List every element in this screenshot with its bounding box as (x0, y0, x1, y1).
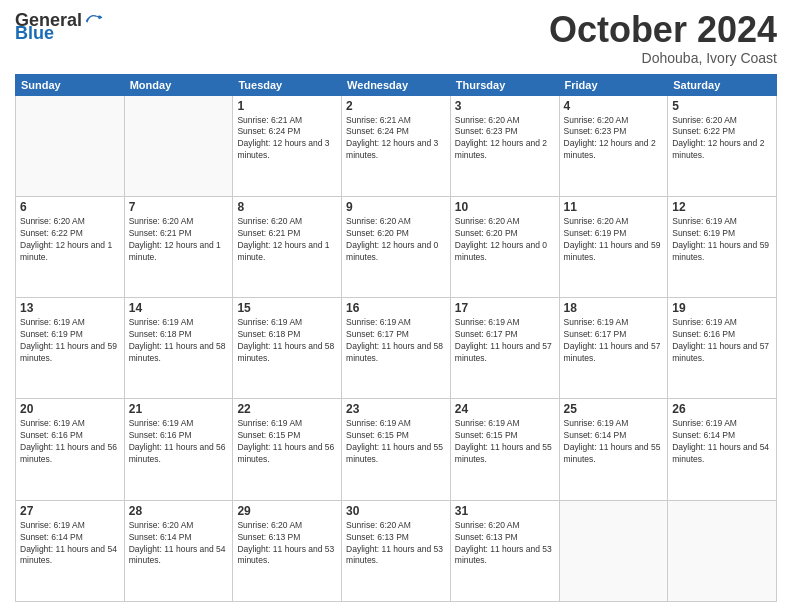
day-number: 18 (564, 301, 664, 315)
day-number: 24 (455, 402, 555, 416)
day-number: 25 (564, 402, 664, 416)
day-number: 15 (237, 301, 337, 315)
day-number: 7 (129, 200, 229, 214)
day-number: 31 (455, 504, 555, 518)
day-info: Sunrise: 6:20 AM Sunset: 6:20 PM Dayligh… (346, 216, 446, 264)
day-info: Sunrise: 6:21 AM Sunset: 6:24 PM Dayligh… (237, 115, 337, 163)
weekday-header-tuesday: Tuesday (233, 74, 342, 95)
calendar-cell: 22Sunrise: 6:19 AM Sunset: 6:15 PM Dayli… (233, 399, 342, 500)
day-info: Sunrise: 6:19 AM Sunset: 6:18 PM Dayligh… (129, 317, 229, 365)
day-number: 29 (237, 504, 337, 518)
day-info: Sunrise: 6:20 AM Sunset: 6:23 PM Dayligh… (564, 115, 664, 163)
month-title: October 2024 (549, 10, 777, 50)
day-number: 27 (20, 504, 120, 518)
calendar-cell: 5Sunrise: 6:20 AM Sunset: 6:22 PM Daylig… (668, 95, 777, 196)
day-number: 21 (129, 402, 229, 416)
calendar-cell: 16Sunrise: 6:19 AM Sunset: 6:17 PM Dayli… (342, 298, 451, 399)
day-number: 23 (346, 402, 446, 416)
day-info: Sunrise: 6:20 AM Sunset: 6:13 PM Dayligh… (237, 520, 337, 568)
calendar-body: 1Sunrise: 6:21 AM Sunset: 6:24 PM Daylig… (16, 95, 777, 601)
day-number: 12 (672, 200, 772, 214)
day-number: 3 (455, 99, 555, 113)
week-row-3: 13Sunrise: 6:19 AM Sunset: 6:19 PM Dayli… (16, 298, 777, 399)
day-info: Sunrise: 6:19 AM Sunset: 6:16 PM Dayligh… (129, 418, 229, 466)
calendar-cell: 26Sunrise: 6:19 AM Sunset: 6:14 PM Dayli… (668, 399, 777, 500)
day-number: 4 (564, 99, 664, 113)
day-info: Sunrise: 6:20 AM Sunset: 6:13 PM Dayligh… (346, 520, 446, 568)
calendar-cell: 29Sunrise: 6:20 AM Sunset: 6:13 PM Dayli… (233, 500, 342, 601)
calendar-cell: 9Sunrise: 6:20 AM Sunset: 6:20 PM Daylig… (342, 196, 451, 297)
calendar-cell: 28Sunrise: 6:20 AM Sunset: 6:14 PM Dayli… (124, 500, 233, 601)
day-info: Sunrise: 6:20 AM Sunset: 6:23 PM Dayligh… (455, 115, 555, 163)
calendar-cell: 8Sunrise: 6:20 AM Sunset: 6:21 PM Daylig… (233, 196, 342, 297)
day-number: 11 (564, 200, 664, 214)
day-info: Sunrise: 6:20 AM Sunset: 6:14 PM Dayligh… (129, 520, 229, 568)
day-number: 19 (672, 301, 772, 315)
calendar-cell: 13Sunrise: 6:19 AM Sunset: 6:19 PM Dayli… (16, 298, 125, 399)
calendar-cell: 19Sunrise: 6:19 AM Sunset: 6:16 PM Dayli… (668, 298, 777, 399)
day-number: 30 (346, 504, 446, 518)
day-info: Sunrise: 6:20 AM Sunset: 6:22 PM Dayligh… (20, 216, 120, 264)
weekday-header-saturday: Saturday (668, 74, 777, 95)
day-info: Sunrise: 6:19 AM Sunset: 6:19 PM Dayligh… (20, 317, 120, 365)
day-info: Sunrise: 6:19 AM Sunset: 6:16 PM Dayligh… (672, 317, 772, 365)
calendar-cell (16, 95, 125, 196)
calendar-cell (124, 95, 233, 196)
day-info: Sunrise: 6:19 AM Sunset: 6:17 PM Dayligh… (346, 317, 446, 365)
day-info: Sunrise: 6:19 AM Sunset: 6:18 PM Dayligh… (237, 317, 337, 365)
day-info: Sunrise: 6:20 AM Sunset: 6:21 PM Dayligh… (129, 216, 229, 264)
calendar-cell: 21Sunrise: 6:19 AM Sunset: 6:16 PM Dayli… (124, 399, 233, 500)
day-info: Sunrise: 6:20 AM Sunset: 6:13 PM Dayligh… (455, 520, 555, 568)
day-info: Sunrise: 6:19 AM Sunset: 6:19 PM Dayligh… (672, 216, 772, 264)
day-info: Sunrise: 6:19 AM Sunset: 6:17 PM Dayligh… (564, 317, 664, 365)
calendar-cell: 1Sunrise: 6:21 AM Sunset: 6:24 PM Daylig… (233, 95, 342, 196)
calendar-cell: 31Sunrise: 6:20 AM Sunset: 6:13 PM Dayli… (450, 500, 559, 601)
day-number: 28 (129, 504, 229, 518)
calendar-cell: 18Sunrise: 6:19 AM Sunset: 6:17 PM Dayli… (559, 298, 668, 399)
day-info: Sunrise: 6:19 AM Sunset: 6:15 PM Dayligh… (455, 418, 555, 466)
calendar-cell: 25Sunrise: 6:19 AM Sunset: 6:14 PM Dayli… (559, 399, 668, 500)
weekday-row: SundayMondayTuesdayWednesdayThursdayFrid… (16, 74, 777, 95)
calendar-cell: 10Sunrise: 6:20 AM Sunset: 6:20 PM Dayli… (450, 196, 559, 297)
calendar-cell: 24Sunrise: 6:19 AM Sunset: 6:15 PM Dayli… (450, 399, 559, 500)
day-number: 26 (672, 402, 772, 416)
day-info: Sunrise: 6:20 AM Sunset: 6:22 PM Dayligh… (672, 115, 772, 163)
day-info: Sunrise: 6:19 AM Sunset: 6:14 PM Dayligh… (20, 520, 120, 568)
day-info: Sunrise: 6:20 AM Sunset: 6:21 PM Dayligh… (237, 216, 337, 264)
calendar-cell (668, 500, 777, 601)
calendar-cell: 20Sunrise: 6:19 AM Sunset: 6:16 PM Dayli… (16, 399, 125, 500)
calendar-cell: 4Sunrise: 6:20 AM Sunset: 6:23 PM Daylig… (559, 95, 668, 196)
week-row-5: 27Sunrise: 6:19 AM Sunset: 6:14 PM Dayli… (16, 500, 777, 601)
week-row-1: 1Sunrise: 6:21 AM Sunset: 6:24 PM Daylig… (16, 95, 777, 196)
calendar-cell: 7Sunrise: 6:20 AM Sunset: 6:21 PM Daylig… (124, 196, 233, 297)
logo-icon (84, 11, 104, 31)
day-number: 22 (237, 402, 337, 416)
calendar-cell (559, 500, 668, 601)
calendar-cell: 17Sunrise: 6:19 AM Sunset: 6:17 PM Dayli… (450, 298, 559, 399)
day-number: 9 (346, 200, 446, 214)
day-number: 16 (346, 301, 446, 315)
day-info: Sunrise: 6:19 AM Sunset: 6:15 PM Dayligh… (237, 418, 337, 466)
day-number: 14 (129, 301, 229, 315)
calendar: SundayMondayTuesdayWednesdayThursdayFrid… (15, 74, 777, 602)
calendar-cell: 12Sunrise: 6:19 AM Sunset: 6:19 PM Dayli… (668, 196, 777, 297)
day-number: 6 (20, 200, 120, 214)
week-row-2: 6Sunrise: 6:20 AM Sunset: 6:22 PM Daylig… (16, 196, 777, 297)
calendar-cell: 27Sunrise: 6:19 AM Sunset: 6:14 PM Dayli… (16, 500, 125, 601)
calendar-header: SundayMondayTuesdayWednesdayThursdayFrid… (16, 74, 777, 95)
day-info: Sunrise: 6:21 AM Sunset: 6:24 PM Dayligh… (346, 115, 446, 163)
calendar-cell: 15Sunrise: 6:19 AM Sunset: 6:18 PM Dayli… (233, 298, 342, 399)
weekday-header-sunday: Sunday (16, 74, 125, 95)
day-number: 10 (455, 200, 555, 214)
day-number: 2 (346, 99, 446, 113)
day-info: Sunrise: 6:19 AM Sunset: 6:16 PM Dayligh… (20, 418, 120, 466)
calendar-cell: 14Sunrise: 6:19 AM Sunset: 6:18 PM Dayli… (124, 298, 233, 399)
day-info: Sunrise: 6:19 AM Sunset: 6:15 PM Dayligh… (346, 418, 446, 466)
day-number: 20 (20, 402, 120, 416)
day-info: Sunrise: 6:19 AM Sunset: 6:14 PM Dayligh… (672, 418, 772, 466)
location: Dohouba, Ivory Coast (549, 50, 777, 66)
weekday-header-wednesday: Wednesday (342, 74, 451, 95)
day-info: Sunrise: 6:19 AM Sunset: 6:14 PM Dayligh… (564, 418, 664, 466)
calendar-cell: 23Sunrise: 6:19 AM Sunset: 6:15 PM Dayli… (342, 399, 451, 500)
title-section: October 2024 Dohouba, Ivory Coast (549, 10, 777, 66)
